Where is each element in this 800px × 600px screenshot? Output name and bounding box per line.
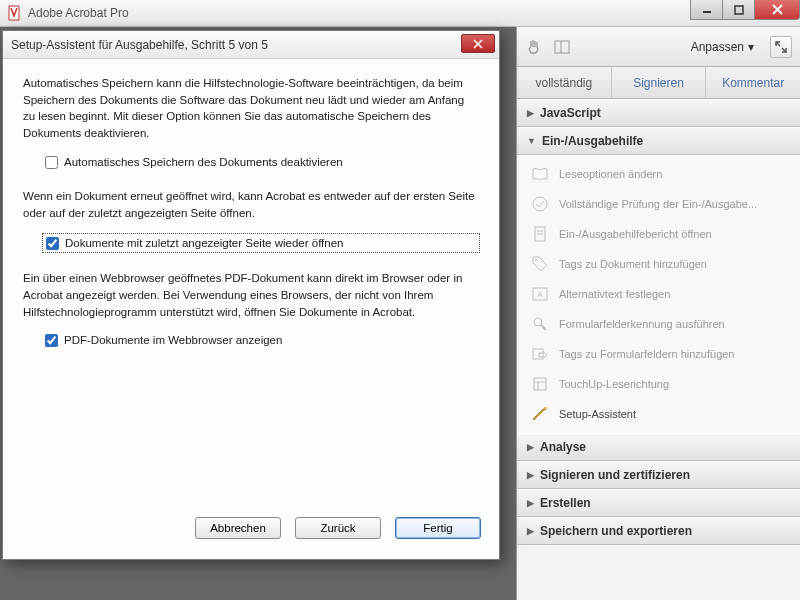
- dialog-paragraph-1: Automatisches Speichern kann die Hilfste…: [23, 75, 479, 142]
- tools-panel: Anpassen ▾ vollständig Signieren Komment…: [516, 27, 800, 600]
- wizard-icon: [531, 405, 549, 423]
- tab-complete[interactable]: vollständig: [517, 67, 612, 98]
- titlebar: Adobe Acrobat Pro: [0, 0, 800, 27]
- checkbox-pdf-in-browser-input[interactable]: [45, 334, 58, 347]
- back-button[interactable]: Zurück: [295, 517, 381, 539]
- triangle-right-icon: ▶: [527, 442, 534, 452]
- triangle-right-icon: ▶: [527, 470, 534, 480]
- section-io-help[interactable]: ▼Ein-/Ausgabehilfe: [517, 127, 800, 155]
- item-open-report[interactable]: Ein-/Ausgabehilfebericht öffnen: [517, 219, 800, 249]
- item-setup-wizard[interactable]: Setup-Assistent: [517, 399, 800, 429]
- checkbox-pdf-in-browser[interactable]: PDF-Dokumente im Webbrowser anzeigen: [45, 332, 479, 349]
- report-icon: [531, 225, 549, 243]
- dropdown-arrow-icon: ▾: [748, 40, 754, 54]
- dialog-close-button[interactable]: [461, 34, 495, 53]
- item-read-options[interactable]: Leseoptionen ändern: [517, 159, 800, 189]
- svg-line-14: [541, 325, 546, 330]
- adjust-label: Anpassen: [691, 40, 744, 54]
- window-title: Adobe Acrobat Pro: [28, 6, 129, 20]
- cancel-button[interactable]: Abbrechen: [195, 517, 281, 539]
- section-sign-cert[interactable]: ▶Signieren und zertifizieren: [517, 461, 800, 489]
- checkbox-autosave[interactable]: Automatisches Speichern des Dokuments de…: [45, 154, 479, 171]
- section-io-help-body: Leseoptionen ändern Vollständige Prüfung…: [517, 155, 800, 433]
- dialog-paragraph-2: Wenn ein Dokument erneut geöffnet wird, …: [23, 188, 479, 221]
- item-add-tags[interactable]: Tags zu Dokument hinzufügen: [517, 249, 800, 279]
- text-icon: A: [531, 285, 549, 303]
- window-controls: [691, 0, 800, 20]
- item-touchup[interactable]: TouchUp-Leserichtung: [517, 369, 800, 399]
- dialog-titlebar[interactable]: Setup-Assistent für Ausgabehilfe, Schrit…: [3, 31, 499, 59]
- tag-icon: [531, 255, 549, 273]
- expand-button[interactable]: [770, 36, 792, 58]
- checkbox-autosave-input[interactable]: [45, 156, 58, 169]
- dialog-body: Automatisches Speichern kann die Hilfste…: [3, 59, 499, 517]
- triangle-right-icon: ▶: [527, 108, 534, 118]
- setup-wizard-dialog: Setup-Assistent für Ausgabehilfe, Schrit…: [2, 30, 500, 560]
- svg-rect-1: [735, 6, 743, 14]
- section-javascript[interactable]: ▶JavaScript: [517, 99, 800, 127]
- svg-point-6: [533, 197, 547, 211]
- close-button[interactable]: [754, 0, 800, 20]
- svg-rect-16: [534, 378, 546, 390]
- accordion: ▶JavaScript ▼Ein-/Ausgabehilfe Leseoptio…: [517, 99, 800, 600]
- dialog-title: Setup-Assistent für Ausgabehilfe, Schrit…: [11, 38, 268, 52]
- dialog-paragraph-3: Ein über einen Webbrowser geöffnetes PDF…: [23, 270, 479, 320]
- triangle-right-icon: ▶: [527, 498, 534, 508]
- item-alt-text[interactable]: AAlternativtext festlegen: [517, 279, 800, 309]
- section-save-export[interactable]: ▶Speichern und exportieren: [517, 517, 800, 545]
- app-icon: [6, 5, 22, 21]
- minimize-button[interactable]: [690, 0, 723, 20]
- adjust-button[interactable]: Anpassen ▾: [685, 36, 760, 58]
- section-create[interactable]: ▶Erstellen: [517, 489, 800, 517]
- checkbox-reopen-lastpage-label: Dokumente mit zuletzt angezeigter Seite …: [65, 235, 344, 252]
- svg-point-10: [535, 259, 537, 261]
- svg-point-19: [545, 407, 548, 410]
- dialog-button-row: Abbrechen Zurück Fertig: [3, 517, 499, 559]
- item-full-check[interactable]: Vollständige Prüfung der Ein-/Ausgabe...: [517, 189, 800, 219]
- svg-text:A: A: [537, 290, 543, 299]
- touchup-icon: [531, 375, 549, 393]
- search-form-icon: [531, 315, 549, 333]
- check-badge-icon: [531, 195, 549, 213]
- checkbox-autosave-label: Automatisches Speichern des Dokuments de…: [64, 154, 343, 171]
- maximize-button[interactable]: [722, 0, 755, 20]
- panel-tool-icon[interactable]: [553, 38, 571, 56]
- item-form-recognition[interactable]: Formularfelderkennung ausführen: [517, 309, 800, 339]
- tab-comment[interactable]: Kommentar: [706, 67, 800, 98]
- tab-sign[interactable]: Signieren: [612, 67, 707, 98]
- form-tag-icon: [531, 345, 549, 363]
- svg-point-13: [534, 318, 542, 326]
- hand-tool-icon[interactable]: [525, 38, 543, 56]
- checkbox-pdf-in-browser-label: PDF-Dokumente im Webbrowser anzeigen: [64, 332, 282, 349]
- section-analysis[interactable]: ▶Analyse: [517, 433, 800, 461]
- item-form-tags[interactable]: Tags zu Formularfeldern hinzufügen: [517, 339, 800, 369]
- panel-toolbar: Anpassen ▾: [517, 27, 800, 67]
- checkbox-reopen-lastpage-input[interactable]: [46, 237, 59, 250]
- triangle-down-icon: ▼: [527, 136, 536, 146]
- triangle-right-icon: ▶: [527, 526, 534, 536]
- svg-rect-4: [555, 41, 569, 53]
- panel-tabs: vollständig Signieren Kommentar: [517, 67, 800, 99]
- checkbox-reopen-lastpage[interactable]: Dokumente mit zuletzt angezeigter Seite …: [43, 234, 479, 253]
- book-icon: [531, 165, 549, 183]
- finish-button[interactable]: Fertig: [395, 517, 481, 539]
